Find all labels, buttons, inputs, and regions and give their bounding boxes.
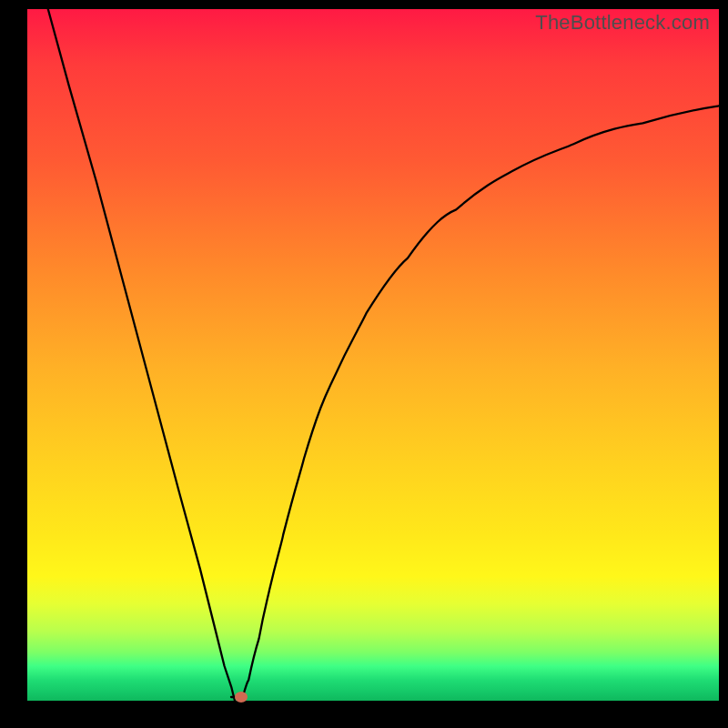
curve-right-branch <box>242 106 719 701</box>
chart-container: TheBottleneck.com <box>0 0 728 728</box>
optimal-point-marker <box>235 692 248 703</box>
plot-area: TheBottleneck.com <box>27 9 719 701</box>
curve-left-branch <box>48 9 235 701</box>
watermark-text: TheBottleneck.com <box>535 11 710 35</box>
bottleneck-curve <box>27 9 719 701</box>
